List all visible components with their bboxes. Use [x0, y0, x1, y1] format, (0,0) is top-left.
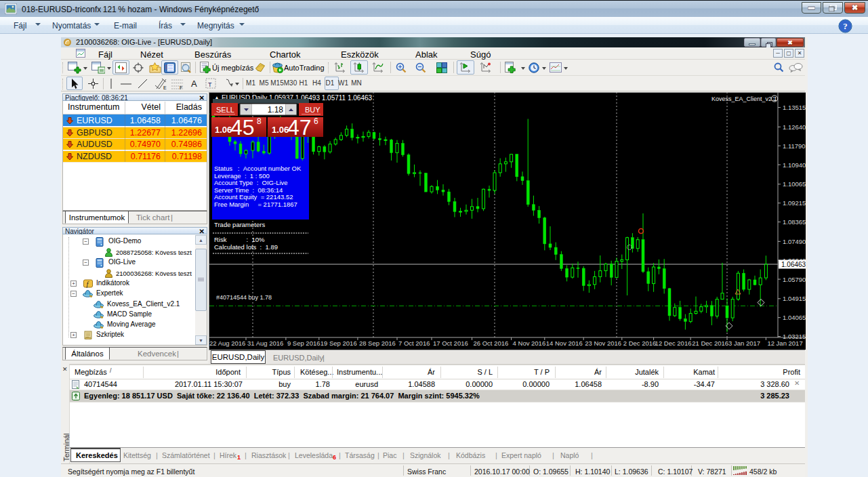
- svg-text:1.07490: 1.07490: [783, 238, 806, 245]
- svg-text:1.12640: 1.12640: [783, 123, 806, 131]
- svg-text:Risk : 10%: Risk : 10%: [214, 236, 265, 243]
- svg-text:Kovess_EA_Client_v2.1: Kovess_EA_Client_v2.1: [711, 96, 777, 102]
- svg-text:17 Oct 2016: 17 Oct 2016: [433, 339, 468, 347]
- svg-text:2 Dec 2016: 2 Dec 2016: [623, 339, 657, 347]
- svg-text:19 Sep 2016: 19 Sep 2016: [321, 339, 357, 347]
- svg-text:31 Aug 2016: 31 Aug 2016: [247, 339, 283, 347]
- svg-text:21 Dec 2016: 21 Dec 2016: [692, 339, 728, 347]
- svg-text:1.08365: 1.08365: [783, 218, 806, 226]
- svg-text:F: F: [180, 85, 182, 90]
- svg-text:45: 45: [230, 115, 255, 140]
- svg-text:Status : Account number OK: Status : Account number OK: [214, 165, 302, 172]
- svg-text:Trade parameters: Trade parameters: [214, 221, 265, 228]
- svg-text:BUY: BUY: [305, 106, 321, 114]
- svg-text:Account Type : OIG-Live: Account Type : OIG-Live: [214, 179, 288, 186]
- svg-text:9 Sep 2016: 9 Sep 2016: [287, 339, 321, 347]
- svg-text:#40714544 buy 1.78: #40714544 buy 1.78: [216, 294, 272, 301]
- svg-text:1.18: 1.18: [268, 105, 284, 115]
- svg-text:3 Jan 2017: 3 Jan 2017: [728, 339, 760, 347]
- svg-text:1.04065: 1.04065: [783, 314, 806, 321]
- svg-text:SELL: SELL: [216, 106, 234, 114]
- svg-text:1.09215: 1.09215: [783, 199, 806, 207]
- svg-text:Leverage : 1 : 500: Leverage : 1 : 500: [214, 172, 270, 180]
- svg-text:8: 8: [257, 117, 262, 126]
- svg-text:4 Nov 2016: 4 Nov 2016: [513, 339, 546, 347]
- svg-text:47: 47: [287, 115, 312, 140]
- svg-text:12 Dec 2016: 12 Dec 2016: [655, 339, 692, 347]
- svg-text:1.10065: 1.10065: [783, 180, 806, 188]
- svg-text:Calculated lots : 1.89: Calculated lots : 1.89: [214, 243, 278, 251]
- svg-text:26 Oct 2016: 26 Oct 2016: [474, 339, 509, 347]
- svg-text:6: 6: [314, 117, 318, 126]
- svg-text:Server Time : 08:36:14: Server Time : 08:36:14: [214, 186, 283, 194]
- svg-text:1.11790: 1.11790: [783, 142, 806, 150]
- svg-text:7 Oct 2016: 7 Oct 2016: [398, 339, 430, 347]
- svg-text:E: E: [163, 85, 167, 90]
- svg-text:1.04915: 1.04915: [783, 295, 806, 302]
- svg-text:1.13515: 1.13515: [783, 104, 806, 111]
- svg-text:T: T: [208, 81, 212, 88]
- svg-text:1.10940: 1.10940: [783, 161, 806, 169]
- svg-text:28 Sep 2016: 28 Sep 2016: [359, 339, 396, 347]
- svg-text:12 Jan 2017: 12 Jan 2017: [767, 339, 802, 347]
- svg-text:Free Margin = 21771.1867: Free Margin = 21771.1867: [214, 201, 297, 208]
- svg-text:1.06: 1.06: [272, 125, 289, 135]
- svg-text:23 Nov 2016: 23 Nov 2016: [585, 339, 621, 347]
- svg-text:Account Equity = 22143.52: Account Equity = 22143.52: [214, 193, 293, 201]
- svg-text:22 Aug 2016: 22 Aug 2016: [209, 339, 245, 347]
- svg-text:?: ?: [843, 21, 848, 31]
- svg-text:1.06: 1.06: [215, 125, 232, 135]
- svg-text:1.06463: 1.06463: [781, 261, 806, 268]
- svg-text:1.05790: 1.05790: [783, 276, 806, 283]
- svg-text:14 Nov 2016: 14 Nov 2016: [546, 339, 583, 347]
